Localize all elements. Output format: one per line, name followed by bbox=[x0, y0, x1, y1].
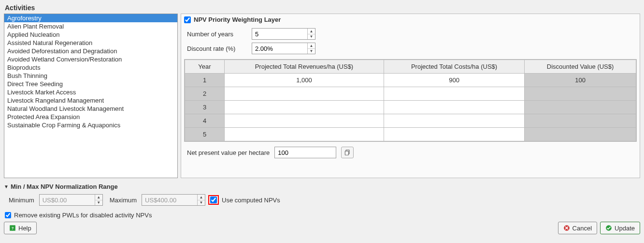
cancel-button[interactable]: Cancel bbox=[558, 222, 597, 234]
cell-revenue[interactable] bbox=[225, 128, 384, 141]
update-button[interactable]: Update bbox=[600, 222, 640, 234]
collapse-icon[interactable]: ▼ bbox=[4, 184, 9, 189]
cell-year: 1 bbox=[185, 74, 225, 87]
norm-section-label: Min / Max NPV Normalization Range bbox=[11, 183, 118, 190]
help-icon: ? bbox=[9, 225, 16, 231]
remove-pwl-label: Remove existing PWLs for disabled activi… bbox=[14, 212, 152, 219]
maximum-arrows: ▲▼ bbox=[197, 195, 205, 205]
col-discounted: Discounted Value (US$) bbox=[525, 60, 636, 74]
cell-discounted bbox=[525, 114, 636, 128]
list-item[interactable]: Livestock Rangeland Management bbox=[4, 96, 177, 105]
cell-revenue[interactable]: 1,000 bbox=[225, 74, 384, 87]
npv-per-ha-label: Net present value per hectare bbox=[187, 149, 270, 156]
update-icon bbox=[605, 225, 612, 231]
discount-rate-spinner[interactable]: ▲▼ bbox=[252, 43, 315, 54]
col-revenue: Projected Total Revenues/ha (US$) bbox=[225, 60, 384, 74]
list-item[interactable]: Bush Thinning bbox=[4, 72, 177, 80]
cell-revenue[interactable] bbox=[225, 101, 384, 114]
table-row: 3 bbox=[185, 101, 636, 114]
npv-enable-checkbox[interactable] bbox=[184, 16, 191, 23]
cancel-icon bbox=[563, 225, 570, 231]
list-item[interactable]: Avoided Wetland Conversion/Restoration bbox=[4, 55, 177, 63]
table-row: 4 bbox=[185, 114, 636, 128]
maximum-label: Maximum bbox=[110, 197, 137, 204]
use-computed-highlight bbox=[208, 195, 219, 205]
npv-per-ha-input[interactable] bbox=[274, 147, 336, 158]
update-button-label: Update bbox=[615, 225, 635, 232]
use-computed-label: Use computed NPVs bbox=[222, 197, 280, 204]
cell-discounted bbox=[525, 101, 636, 114]
num-years-label: Number of years bbox=[187, 30, 248, 38]
list-item[interactable]: Applied Nucleation bbox=[4, 30, 177, 39]
cell-discounted: 100 bbox=[525, 74, 636, 87]
maximum-input bbox=[142, 195, 197, 205]
cell-discounted bbox=[525, 87, 636, 101]
help-button[interactable]: ? Help bbox=[4, 222, 37, 234]
list-item[interactable]: Avoided Deforestation and Degradation bbox=[4, 47, 177, 55]
cell-discounted bbox=[525, 128, 636, 141]
table-row: 11,000900100 bbox=[185, 74, 636, 87]
svg-text:?: ? bbox=[12, 226, 14, 230]
cell-cost[interactable] bbox=[384, 87, 524, 101]
list-item[interactable]: Agroforestry bbox=[4, 14, 177, 22]
num-years-spinner[interactable]: ▲▼ bbox=[252, 28, 315, 40]
num-years-input[interactable] bbox=[252, 29, 307, 39]
col-cost: Projected Total Costs/ha (US$) bbox=[384, 60, 524, 74]
cell-year: 2 bbox=[185, 87, 225, 101]
discount-rate-input[interactable] bbox=[252, 43, 307, 54]
npv-panel-title: NPV Priority Weighting Layer bbox=[194, 16, 281, 23]
copy-npv-button[interactable] bbox=[341, 147, 354, 158]
cell-year: 4 bbox=[185, 114, 225, 128]
maximum-spinner: ▲▼ bbox=[142, 194, 205, 206]
list-item[interactable]: Alien Plant Removal bbox=[4, 22, 177, 30]
minimum-spinner: ▲▼ bbox=[39, 194, 103, 206]
minimum-arrows: ▲▼ bbox=[95, 195, 102, 205]
table-row: 2 bbox=[185, 87, 636, 101]
activities-list[interactable]: AgroforestryAlien Plant RemovalApplied N… bbox=[4, 14, 178, 178]
list-item[interactable]: Bioproducts bbox=[4, 63, 177, 72]
list-item[interactable]: Natural Woodland Livestock Management bbox=[4, 105, 177, 113]
cell-cost[interactable] bbox=[384, 128, 524, 141]
cell-cost[interactable]: 900 bbox=[384, 74, 524, 87]
minimum-input bbox=[40, 195, 95, 205]
npv-table: Year Projected Total Revenues/ha (US$) P… bbox=[184, 59, 637, 142]
activities-section-label: Activities bbox=[5, 4, 640, 12]
discount-rate-arrows[interactable]: ▲▼ bbox=[307, 43, 315, 54]
list-item[interactable]: Sustainable Crop Farming & Aquaponics bbox=[4, 121, 177, 129]
list-item[interactable]: Livestock Market Access bbox=[4, 88, 177, 96]
cell-cost[interactable] bbox=[384, 114, 524, 128]
cell-revenue[interactable] bbox=[225, 114, 384, 128]
cell-year: 5 bbox=[185, 128, 225, 141]
cell-year: 3 bbox=[185, 101, 225, 114]
table-row: 5 bbox=[185, 128, 636, 141]
npv-panel: NPV Priority Weighting Layer Number of y… bbox=[181, 14, 640, 178]
cancel-button-label: Cancel bbox=[572, 225, 592, 232]
num-years-arrows[interactable]: ▲▼ bbox=[307, 29, 315, 39]
list-item[interactable]: Assisted Natural Regeneration bbox=[4, 39, 177, 47]
use-computed-checkbox[interactable] bbox=[210, 197, 217, 203]
list-item[interactable]: Direct Tree Seeding bbox=[4, 80, 177, 88]
cell-cost[interactable] bbox=[384, 101, 524, 114]
remove-pwl-checkbox[interactable] bbox=[5, 212, 11, 218]
svg-rect-1 bbox=[345, 151, 349, 155]
col-year: Year bbox=[185, 60, 225, 74]
cell-revenue[interactable] bbox=[225, 87, 384, 101]
minimum-label: Minimum bbox=[9, 197, 34, 204]
discount-rate-label: Discount rate (%) bbox=[187, 45, 248, 52]
list-item[interactable]: Protected Area Expansion bbox=[4, 113, 177, 121]
help-button-label: Help bbox=[18, 225, 31, 232]
